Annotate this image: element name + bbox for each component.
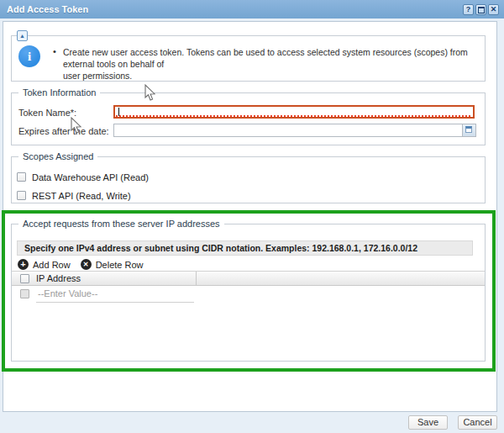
close-icon[interactable]: ✕ <box>488 4 499 15</box>
info-text-line2: user permissions. <box>63 71 132 81</box>
calendar-icon[interactable] <box>462 124 475 136</box>
ip-value-cell[interactable]: --Enter Value-- <box>36 287 194 303</box>
add-row-label: Add Row <box>33 260 71 270</box>
select-all-checkbox[interactable] <box>20 274 29 283</box>
scope-checkbox-data-warehouse[interactable] <box>17 172 26 182</box>
scope-checkbox-rest-api[interactable] <box>17 191 26 200</box>
ip-addresses-section: Accept requests from these server IP add… <box>11 224 486 362</box>
ip-grid-toolbar: + Add Row ✕ Delete Row <box>18 258 144 271</box>
token-name-input[interactable] <box>113 105 475 119</box>
calendar-glyph <box>465 126 472 133</box>
highlight-green-box: Accept requests from these server IP add… <box>2 210 496 372</box>
cidr-hint-bar: Specify one IPv4 address or subnet using… <box>17 240 473 256</box>
token-information-legend: Token Information <box>18 87 100 98</box>
maximize-glyph <box>478 7 485 13</box>
add-row-button[interactable]: + Add Row <box>18 259 71 270</box>
column-divider <box>196 272 197 285</box>
info-text-line1: Create new user access token. Tokens can… <box>63 47 468 69</box>
token-name-label: Token Name*: <box>18 108 76 118</box>
ip-table-row: --Enter Value-- <box>12 287 485 304</box>
info-text: Create new user access token. Tokens can… <box>63 46 480 82</box>
scopes-assigned-legend: Scopes Assigned <box>18 151 97 162</box>
dialog-titlebar: Add Access Token ? ✕ <box>0 0 504 18</box>
expires-date-field[interactable] <box>114 124 475 136</box>
info-bullet: • <box>53 46 56 56</box>
dialog-title: Add Access Token <box>7 4 463 14</box>
scopes-assigned-section: Scopes Assigned Data Warehouse API (Read… <box>11 156 486 203</box>
validation-underline <box>116 115 472 117</box>
scope-label-rest-api: REST API (Read, Write) <box>32 191 131 201</box>
expires-label: Expires after the date: <box>18 126 109 136</box>
info-icon: i <box>18 45 40 67</box>
scope-label-data-warehouse: Data Warehouse API (Read) <box>32 172 149 182</box>
maximize-icon[interactable] <box>475 4 486 15</box>
scope-row-data-warehouse: Data Warehouse API (Read) <box>17 172 149 182</box>
delete-circle-icon: ✕ <box>81 259 92 270</box>
scope-row-rest-api: REST API (Read, Write) <box>17 190 131 201</box>
token-information-section: Token Information Token Name*: Expires a… <box>11 92 486 145</box>
add-circle-icon: + <box>18 259 29 270</box>
delete-row-button[interactable]: ✕ Delete Row <box>81 259 144 270</box>
help-icon[interactable]: ? <box>463 4 474 15</box>
ip-address-column-header: IP Address <box>36 273 81 283</box>
ip-table-header: IP Address <box>12 271 485 286</box>
expires-date-input[interactable] <box>113 124 476 137</box>
save-button[interactable]: Save <box>408 415 448 430</box>
row-checkbox[interactable] <box>20 289 29 298</box>
cancel-button[interactable]: Cancel <box>458 415 497 430</box>
ip-addresses-legend: Accept requests from these server IP add… <box>18 219 224 230</box>
delete-row-label: Delete Row <box>96 260 144 270</box>
chevron-up-icon[interactable]: ▲ <box>17 30 28 41</box>
add-access-token-dialog: Add Access Token ? ✕ ▲ i • Create new us… <box>0 0 504 433</box>
